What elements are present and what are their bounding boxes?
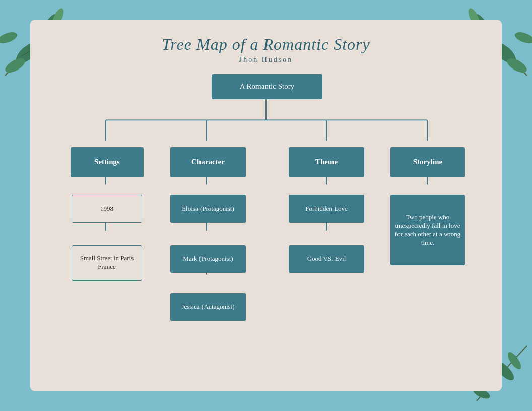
branch-settings: Settings [71, 147, 144, 177]
leaf-theme-0: Forbidden Love [289, 195, 364, 223]
branch-theme: Theme [289, 147, 364, 177]
main-title: Tree Map of a Romantic Story [50, 35, 482, 54]
svg-point-19 [505, 350, 523, 371]
svg-point-6 [0, 30, 19, 46]
title-area: Tree Map of a Romantic Story Jhon Hudson [50, 35, 482, 64]
branch-storyline: Storyline [390, 147, 465, 177]
tree-container: A Romantic Story Settings 1998 Small Str… [50, 74, 482, 364]
svg-point-15 [513, 30, 532, 46]
main-card: Tree Map of a Romantic Story Jhon Hudson [30, 20, 502, 391]
leaf-character-0: Eloisa (Protagonist) [170, 195, 246, 223]
subtitle: Jhon Hudson [50, 56, 482, 64]
svg-point-12 [505, 55, 529, 75]
svg-point-3 [3, 55, 27, 75]
leaf-character-1: Mark (Protagonist) [170, 245, 246, 273]
root-node: A Romantic Story [212, 74, 322, 99]
leaf-storyline-0: Two people who unexpectedly fall in love… [390, 195, 465, 265]
leaf-character-2: Jessica (Antagonist) [170, 293, 246, 321]
leaf-settings-0: 1998 [72, 195, 142, 223]
leaf-settings-1: Small Street in Paris France [72, 245, 142, 281]
leaf-theme-1: Good VS. Evil [289, 245, 364, 273]
branch-character: Character [170, 147, 246, 177]
page-wrapper: Tree Map of a Romantic Story Jhon Hudson [0, 0, 532, 411]
